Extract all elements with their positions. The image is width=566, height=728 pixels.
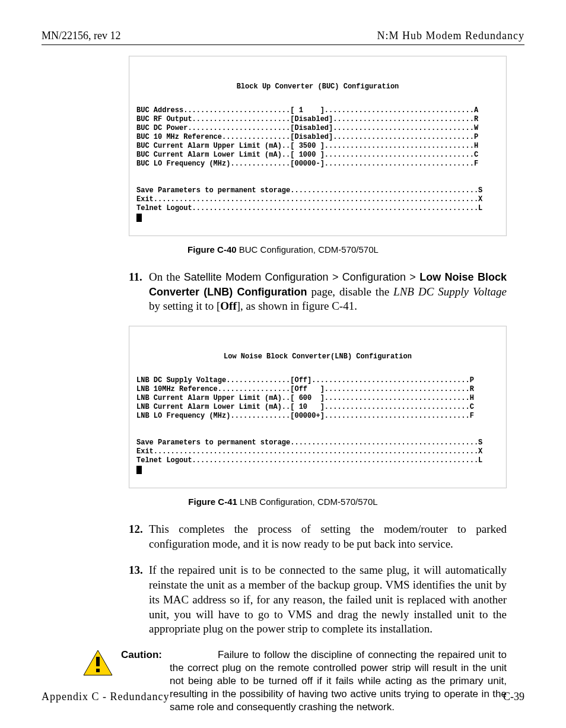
body-section: 12. This completes the process of settin…: [129, 522, 507, 637]
footer-right: C-39: [503, 691, 524, 703]
step-text-sans: Satellite Modem Configuration > Configur…: [184, 271, 420, 283]
step-number: 11.: [129, 270, 142, 285]
figure-caption-c41: Figure C-41 LNB Configuration, CDM-570/5…: [42, 497, 524, 507]
terminal-line: LNB 10MHz Reference.................[Off…: [136, 385, 474, 393]
terminal-line: LNB DC Supply Voltage...............[Off…: [136, 376, 474, 384]
terminal-line: BUC Current Alarm Upper Limit (mA)..[ 35…: [136, 142, 478, 150]
caption-rest: BUC Configuration, CDM-570/570L: [237, 244, 379, 255]
page-footer: Appendix C - Redundancy C-39: [42, 691, 524, 703]
terminal-line: BUC 10 MHz Reference................[Dis…: [136, 133, 478, 141]
caution-label: Caution:: [121, 649, 162, 660]
body-section: 11. On the Satellite Modem Configuration…: [129, 270, 507, 314]
svg-rect-1: [96, 657, 100, 666]
terminal-line: Exit....................................…: [136, 447, 482, 456]
caution-text: Failure to follow the discipline of conn…: [170, 649, 507, 713]
step-text-part: page, disable the: [307, 285, 393, 298]
step-number: 12.: [129, 522, 143, 537]
terminal-line: Telnet Logout...........................…: [136, 204, 482, 212]
cursor-icon: [136, 214, 142, 222]
terminal-line: BUC RF Output.......................[Dis…: [136, 115, 478, 123]
caution-text-wrapper: Caution: Failure to follow the disciplin…: [121, 648, 507, 714]
caption-bold: Figure C-41: [188, 497, 237, 507]
step-13: 13. If the repaired unit is to be connec…: [129, 563, 507, 636]
header-right: N:M Hub Modem Redundancy: [377, 30, 524, 42]
step-12: 12. This completes the process of settin…: [129, 522, 507, 551]
cursor-icon: [136, 466, 142, 474]
terminal-line: LNB Current Alarm Upper Limit (mA)..[ 60…: [136, 394, 474, 402]
header-left: MN/22156, rev 12: [42, 30, 121, 42]
terminal-line: Save Parameters to permanent storage....…: [136, 186, 482, 195]
terminal-line: BUC DC Power........................[Dis…: [136, 124, 478, 132]
lnb-config-terminal: Low Noise Block Converter(LNB) Configura…: [129, 326, 507, 488]
terminal-title: Low Noise Block Converter(LNB) Configura…: [136, 352, 499, 361]
step-text-part: by setting it to [: [149, 300, 220, 312]
terminal-line: Exit....................................…: [136, 195, 482, 204]
step-text-part: ], as shown in figure C-41.: [237, 300, 357, 312]
step-number: 13.: [129, 563, 143, 578]
step-text-bold: Off: [220, 300, 236, 312]
buc-config-terminal: Block Up Converter (BUC) Configuration B…: [129, 56, 507, 236]
page-header: MN/22156, rev 12 N:M Hub Modem Redundanc…: [42, 30, 524, 45]
figure-caption-c40: Figure C-40 BUC Configuration, CDM-570/5…: [42, 244, 524, 255]
step-11: 11. On the Satellite Modem Configuration…: [129, 270, 507, 314]
terminal-line: Save Parameters to permanent storage....…: [136, 438, 482, 447]
terminal-line: BUC Address.........................[ 1 …: [136, 106, 478, 115]
terminal-line: BUC Current Alarm Lower Limit (mA)..[ 10…: [136, 151, 478, 159]
step-text-italic: LNB DC Supply Voltage: [393, 285, 507, 298]
step-text-part: On the: [149, 271, 184, 283]
footer-left: Appendix C - Redundancy: [42, 691, 169, 703]
terminal-title: Block Up Converter (BUC) Configuration: [136, 82, 499, 91]
caution-block: Caution: Failure to follow the disciplin…: [83, 648, 507, 714]
step-text: If the repaired unit is to be connected …: [149, 564, 507, 635]
svg-rect-2: [96, 669, 100, 672]
step-text: This completes the process of setting th…: [149, 523, 507, 550]
caution-icon: [83, 650, 113, 679]
terminal-line: LNB Current Alarm Lower Limit (mA)..[ 10…: [136, 403, 474, 411]
caption-bold: Figure C-40: [187, 244, 237, 255]
terminal-line: BUC LO Frequency (MHz)..............[000…: [136, 160, 478, 168]
caption-rest: LNB Configuration, CDM-570/570L: [237, 497, 378, 507]
terminal-line: LNB LO Frequency (MHz)..............[000…: [136, 412, 474, 420]
terminal-line: Telnet Logout...........................…: [136, 456, 482, 465]
